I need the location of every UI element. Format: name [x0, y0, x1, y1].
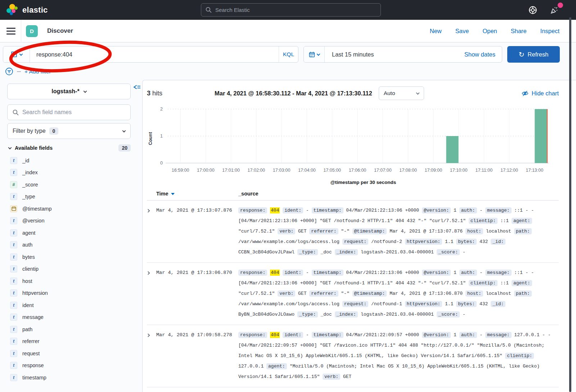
x-tick-label: 17:13:00	[526, 168, 544, 173]
filter-by-type-label: Filter by type	[13, 128, 46, 134]
time-column-header[interactable]: Time	[156, 191, 238, 197]
filter-by-type-count-badge: 0	[49, 127, 59, 135]
source-column-header: _source	[238, 191, 559, 197]
text-type-icon: t	[10, 265, 17, 272]
field-name-badge: @version:	[422, 270, 451, 276]
field-item-path[interactable]: tpath	[7, 323, 142, 335]
expand-row-button[interactable]	[147, 267, 156, 320]
x-tick-label: 17:08:00	[399, 168, 417, 173]
field-name-badge: clientip:	[469, 218, 498, 224]
field-name-badge: request:	[342, 239, 368, 245]
expand-row-button[interactable]	[147, 205, 156, 257]
available-fields-header[interactable]: Available fields 20	[7, 144, 131, 152]
field-item-bytes[interactable]: tbytes	[7, 251, 142, 263]
histogram-bar[interactable]	[535, 109, 547, 163]
filter-by-type-dropdown[interactable]: Filter by type 0	[7, 123, 131, 139]
field-name-badge: clientip:	[469, 280, 498, 286]
field-name-badge: verb:	[278, 228, 295, 234]
field-name-badge: verb:	[278, 290, 295, 297]
hide-chart-button[interactable]: Hide chart	[522, 90, 559, 97]
refresh-button[interactable]: ↻ Refresh	[507, 46, 560, 63]
available-fields-count-badge: 20	[118, 144, 131, 152]
field-search-input[interactable]: Search field names	[7, 104, 131, 120]
expand-row-button[interactable]	[147, 330, 156, 382]
time-range-button[interactable]: Last 15 minutes	[325, 46, 464, 62]
field-item-@timestamp[interactable]: @timestamp	[7, 203, 142, 215]
field-item-host[interactable]: thost	[7, 275, 142, 287]
chevron-down-icon	[316, 52, 320, 56]
collapse-sidebar-icon[interactable]	[133, 84, 141, 93]
field-name-badge: ident:	[283, 207, 303, 213]
text-type-icon: t	[10, 169, 17, 176]
field-item-@version[interactable]: t@version	[7, 215, 142, 227]
add-filter-button[interactable]: + Add filter	[24, 68, 51, 75]
x-tick-label: 17:06:00	[349, 168, 366, 173]
scrollbar-thumb[interactable]	[569, 17, 571, 392]
filter-icon[interactable]	[5, 67, 13, 76]
open-button[interactable]: Open	[482, 28, 497, 35]
discover-app-badge[interactable]: D	[26, 25, 38, 37]
field-label: _score	[22, 182, 38, 188]
field-item-referrer[interactable]: treferrer	[7, 335, 142, 348]
field-item-request[interactable]: trequest	[7, 347, 142, 360]
field-item-_index[interactable]: t_index	[7, 167, 142, 179]
field-label: bytes	[22, 254, 35, 260]
saved-query-menu-button[interactable]	[3, 46, 30, 62]
field-item-_type[interactable]: t_type	[7, 191, 142, 203]
news-icon[interactable]	[549, 5, 559, 15]
highlighted-value: 404	[270, 270, 280, 276]
field-name-badge: message:	[485, 332, 511, 338]
field-item-_score[interactable]: #_score	[7, 179, 142, 191]
field-item-clientip[interactable]: tclientip	[7, 263, 142, 275]
show-dates-link[interactable]: Show dates	[464, 46, 502, 62]
field-item-httpversion[interactable]: thttpversion	[7, 287, 142, 299]
field-name-badge: httpversion:	[405, 239, 442, 245]
query-language-button[interactable]: KQL	[279, 46, 298, 62]
chevron-down-icon	[416, 91, 419, 95]
field-name-badge: auth:	[459, 332, 477, 338]
index-pattern-switcher[interactable]: logstash-*	[7, 84, 131, 99]
field-item-ident[interactable]: tident	[7, 299, 142, 311]
index-pattern-label: logstash-*	[51, 88, 79, 95]
interval-select[interactable]: Auto	[379, 86, 424, 100]
calendar-menu-button[interactable]	[304, 46, 325, 62]
query-input[interactable]: response:404	[30, 46, 279, 62]
field-item-auth[interactable]: tauth	[7, 239, 142, 251]
app-bar: D Discover New Save Open Share Inspect	[0, 20, 576, 42]
field-label: ident	[22, 302, 33, 308]
field-name-badge: agent:	[512, 280, 532, 286]
field-name-badge: auth:	[459, 270, 477, 276]
inspect-button[interactable]: Inspect	[540, 28, 559, 35]
field-name-badge: bytes:	[456, 301, 477, 307]
doc-source: response: 404 ident: - timestamp: 04/Mar…	[238, 267, 559, 320]
field-name-badge: agent:	[512, 218, 532, 224]
field-item-timestamp[interactable]: ttimestamp	[7, 371, 142, 384]
field-name-badge: _type:	[297, 249, 318, 255]
field-name-badge: auth:	[459, 207, 477, 213]
highlighted-value: 404	[270, 207, 280, 213]
field-item-response[interactable]: tresponse	[7, 360, 142, 372]
field-label: auth	[22, 242, 32, 248]
field-item-message[interactable]: tmessage	[7, 311, 142, 324]
y-axis-label: Count	[148, 132, 153, 145]
elastic-logo-icon[interactable]	[6, 4, 18, 16]
histogram-bar[interactable]	[446, 136, 458, 163]
menu-icon[interactable]	[6, 28, 15, 35]
help-icon[interactable]	[528, 5, 538, 15]
new-button[interactable]: New	[430, 28, 442, 35]
save-button[interactable]: Save	[455, 28, 469, 35]
field-name-badge: _score:	[437, 311, 460, 317]
chevron-down-icon	[122, 129, 126, 132]
global-search-input[interactable]: Search Elastic	[201, 3, 381, 17]
search-icon	[13, 109, 19, 116]
query-bar: response:404 KQL	[3, 46, 298, 63]
field-item-agent[interactable]: tagent	[7, 227, 142, 239]
text-type-icon: t	[10, 229, 17, 236]
x-tick-label: 17:07:00	[374, 168, 392, 173]
field-name-badge: _index:	[335, 249, 358, 255]
workspace: logstash-* Search field names Filter by …	[0, 80, 576, 392]
search-icon	[206, 7, 212, 13]
results-panel: 3 hits Mar 4, 2021 @ 16:58:30.112 - Mar …	[142, 80, 576, 392]
field-item-_id[interactable]: t_id	[7, 154, 142, 167]
share-button[interactable]: Share	[511, 28, 527, 35]
